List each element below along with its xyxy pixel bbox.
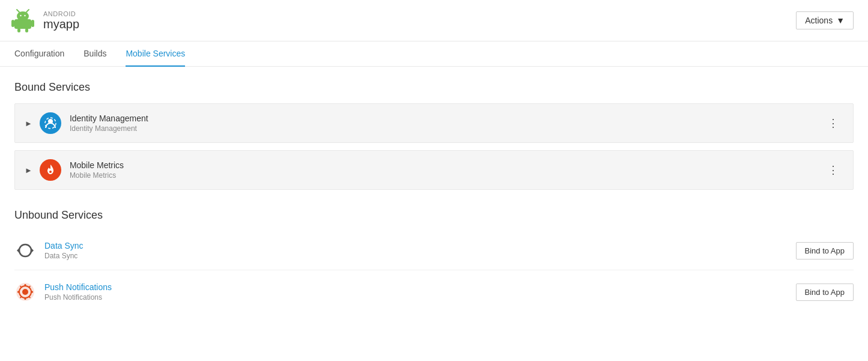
svg-point-12 [49,171,52,173]
app-name: myapp [43,17,79,31]
tab-configuration[interactable]: Configuration [14,41,64,67]
data-sync-subname: Data Sync [44,252,796,260]
data-sync-name: Data Sync [44,241,796,250]
push-notifications-info: Push Notifications Push Notifications [44,282,796,302]
identity-management-subname: Identity Management [70,124,823,133]
mobile-metrics-kebab-icon[interactable]: ⋮ [823,161,843,179]
identity-management-chevron-icon: ► [25,119,32,128]
app-title-block: ANDROID myapp [43,10,79,31]
push-notifications-icon [14,281,36,303]
content-area: Bound Services ► Identity Management Ide… [0,67,868,328]
identity-management-name: Identity Management [70,114,823,123]
bound-services-heading: Bound Services [14,81,854,94]
tab-builds[interactable]: Builds [83,41,106,67]
identity-management-icon [40,112,61,134]
mobile-metrics-chevron-icon: ► [25,166,32,175]
mobile-metrics-row[interactable]: ► Mobile Metrics Mobile Metrics ⋮ [14,150,854,190]
identity-management-info: Identity Management Identity Management [70,114,823,133]
svg-rect-9 [25,28,28,32]
svg-rect-17 [25,284,26,287]
actions-chevron-icon: ▼ [836,16,845,25]
svg-rect-19 [17,291,20,293]
svg-line-5 [26,10,29,12]
actions-button[interactable]: Actions ▼ [796,11,854,29]
push-notifications-name: Push Notifications [44,282,796,292]
android-icon [10,7,36,34]
tabs-bar: Configuration Builds Mobile Services [0,41,868,67]
svg-point-1 [17,11,29,21]
unbound-services-section: Unbound Services Data Sync Data Sync Bin… [14,209,854,311]
data-sync-icon [14,240,36,261]
push-notifications-subname: Push Notifications [44,293,796,302]
data-sync-bind-button[interactable]: Bind to App [796,242,854,259]
svg-rect-20 [31,291,33,293]
header: ANDROID myapp Actions ▼ [0,0,868,41]
svg-line-4 [17,10,19,12]
data-sync-row: Data Sync Data Sync Bind to App [14,231,854,270]
mobile-metrics-name: Mobile Metrics [70,160,823,170]
mobile-metrics-info: Mobile Metrics Mobile Metrics [70,160,823,180]
unbound-services-heading: Unbound Services [14,209,854,222]
actions-label: Actions [805,16,833,25]
push-notifications-bind-button[interactable]: Bind to App [796,284,854,301]
tab-mobile-services[interactable]: Mobile Services [126,41,185,67]
svg-marker-14 [17,248,19,253]
identity-management-row[interactable]: ► Identity Management Identity Managemen… [14,103,854,143]
mobile-metrics-subname: Mobile Metrics [70,171,823,180]
mobile-metrics-icon [40,159,61,181]
svg-point-3 [24,15,25,16]
svg-rect-18 [25,297,26,300]
svg-rect-6 [11,20,14,27]
svg-rect-8 [17,28,20,32]
identity-management-kebab-icon[interactable]: ⋮ [823,114,843,132]
push-notifications-row: Push Notifications Push Notifications Bi… [14,273,854,311]
svg-point-21 [22,289,28,295]
app-info: ANDROID myapp [10,7,79,34]
svg-rect-7 [31,20,34,27]
svg-point-2 [20,15,21,16]
data-sync-info: Data Sync Data Sync [44,241,796,260]
platform-label: ANDROID [43,10,79,17]
